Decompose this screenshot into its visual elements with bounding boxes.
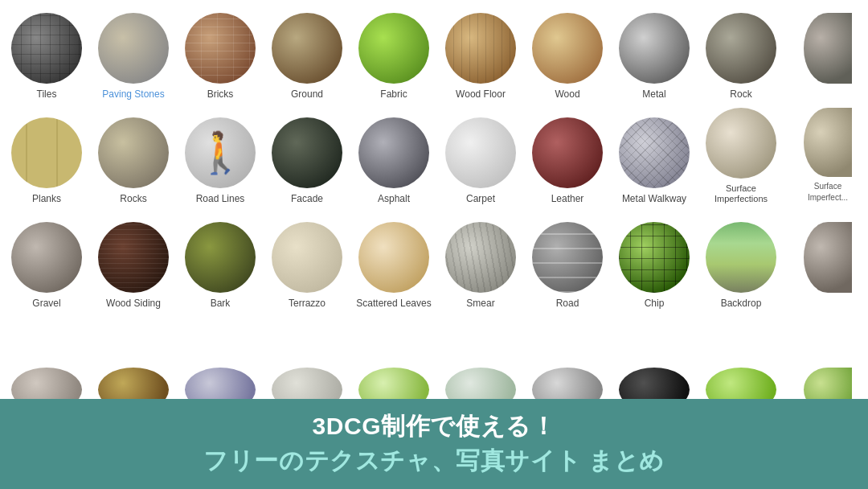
sphere-road [532,222,603,293]
label-surface: Surface Imperfections [699,183,783,204]
material-roadlines[interactable]: 🚶 Road Lines [177,105,264,209]
sphere-extra2 [804,108,852,177]
material-metalwalkway[interactable]: Metal Walkway [611,105,698,209]
sphere-asphalt [358,117,429,188]
label-planks: Planks [32,193,61,204]
label-tiles: Tiles [37,88,57,100]
label-road: Road [556,298,579,309]
material-facade[interactable]: Facade [264,105,350,209]
label-ground: Ground [291,88,323,100]
material-extra1[interactable] [784,0,868,105]
label-scattered: Scattered Leaves [356,298,431,309]
sphere-bark [185,222,256,293]
material-rock[interactable]: Rock [698,0,784,105]
sphere-scattered [358,222,429,293]
label-chip: Chip [645,298,665,309]
label-gravel: Gravel [32,298,60,309]
label-bark: Bark [211,298,231,309]
sphere-ground [272,13,342,84]
label-fabric: Fabric [380,88,407,100]
sphere-carpet [445,117,516,188]
label-bricks: Bricks [207,88,234,100]
sphere-woodfloor [445,13,516,84]
sphere-facade [272,117,342,188]
material-extra2[interactable]: Surface Imperfect... [784,105,868,209]
material-bricks[interactable]: Bricks [177,0,264,105]
material-wood[interactable]: Wood [524,0,611,105]
material-ground[interactable]: Ground [264,0,350,105]
material-grid: Tiles Paving Stones Bricks Ground Fabric… [0,0,868,418]
label-leather: Leather [551,193,584,204]
sphere-smear [445,222,516,293]
sphere-extra3 [804,222,852,293]
label-terrazzo: Terrazzo [289,298,326,309]
material-planks[interactable]: Planks [3,105,90,209]
label-wood: Wood [555,88,579,100]
material-rocks[interactable]: Rocks [90,105,177,209]
sphere-surface [706,108,776,179]
material-fabric[interactable]: Fabric [350,0,437,105]
label-extra2-1: Surface [814,182,841,193]
material-metal[interactable]: Metal [611,0,698,105]
label-metal: Metal [642,88,665,100]
sphere-bricks [185,13,256,84]
sphere-paving [98,13,169,84]
label-roadlines: Road Lines [196,193,245,204]
sphere-metalwalkway [619,117,690,188]
material-road[interactable]: Road [524,209,611,314]
label-smear: Smear [466,298,494,309]
banner-line2: フリーのテクスチャ、写真サイト まとめ [0,445,868,478]
banner: 3DCG制作で使える！ フリーのテクスチャ、写真サイト まとめ [0,399,868,489]
sphere-terrazzo [272,222,342,293]
material-asphalt[interactable]: Asphalt [350,105,437,209]
material-tiles[interactable]: Tiles [3,0,90,105]
label-carpet: Carpet [466,193,495,204]
label-woodsiding: Wood Siding [106,298,161,309]
material-carpet[interactable]: Carpet [437,105,524,209]
label-extra2-2: Imperfect... [808,193,848,204]
label-facade: Facade [291,193,323,204]
label-metalwalkway: Metal Walkway [622,193,686,204]
material-scattered[interactable]: Scattered Leaves [350,209,437,314]
material-backdrop[interactable]: Backdrop [698,209,784,314]
sphere-backdrop [706,222,776,293]
material-gravel[interactable]: Gravel [3,209,90,314]
sphere-chip [619,222,690,293]
material-extra3[interactable] [784,209,868,314]
material-woodsiding[interactable]: Wood Siding [90,209,177,314]
label-rocks: Rocks [120,193,146,204]
label-backdrop: Backdrop [721,298,762,309]
sphere-planks [11,117,82,188]
sphere-leather [532,117,603,188]
label-asphalt: Asphalt [378,193,410,204]
sphere-wood [532,13,603,84]
label-rock: Rock [730,88,751,100]
sphere-roadlines: 🚶 [185,117,256,188]
sphere-rock [706,13,776,84]
material-woodfloor[interactable]: Wood Floor [437,0,524,105]
sphere-metal [619,13,690,84]
sphere-fabric [358,13,429,84]
sphere-woodsiding [98,222,169,293]
material-bark[interactable]: Bark [177,209,264,314]
sphere-tiles [11,13,82,84]
sphere-extra1 [804,13,852,84]
material-chip[interactable]: Chip [611,209,698,314]
banner-line1: 3DCG制作で使える！ [0,410,868,443]
label-paving: Paving Stones [102,88,164,100]
sphere-gravel [11,222,82,293]
material-smear[interactable]: Smear [437,209,524,314]
material-leather[interactable]: Leather [524,105,611,209]
sphere-rocks [98,117,169,188]
material-terrazzo[interactable]: Terrazzo [264,209,350,314]
pedestrian-icon: 🚶 [195,129,245,176]
label-woodfloor: Wood Floor [456,88,506,100]
material-paving[interactable]: Paving Stones [90,0,177,105]
material-surface[interactable]: Surface Imperfections [698,105,784,209]
